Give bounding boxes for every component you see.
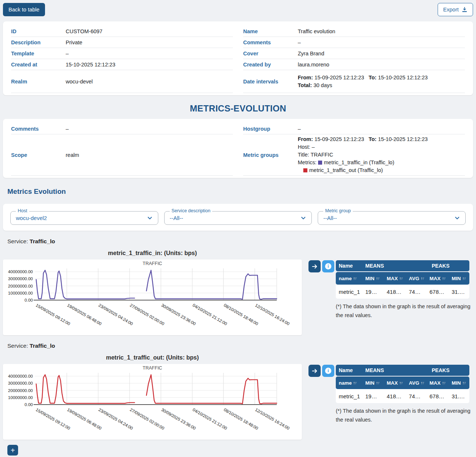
metric-out-name: metric_1_traffic_out (Traffic_lo) — [309, 167, 383, 173]
sort-column-means-max[interactable]: MAX — [384, 377, 406, 389]
details-row-metric-groups: Metric groups From: 15-09-2025 12:12:23 … — [243, 134, 465, 176]
service-description-select[interactable]: Service description --All-- — [164, 211, 312, 225]
metric-block-traffic-out: Service: Traffic_lo metric_1_traffic_out… — [3, 343, 473, 440]
stats-column-header: name MIN MAX AVG MAX MIN — [336, 272, 469, 285]
metric-group-select[interactable]: Metric group --All-- — [318, 211, 466, 225]
expand-chart-button[interactable] — [308, 260, 321, 272]
chevron-down-icon — [147, 215, 153, 221]
info-row-created-by: Created by laura.moreno — [243, 59, 465, 70]
host-select-value: wocu-devel2 — [16, 215, 147, 221]
cover-value: Zyra Brand — [298, 51, 324, 56]
sort-column-peaks-min[interactable]: MIN — [449, 377, 469, 389]
add-metric-group-button[interactable]: + — [7, 445, 18, 456]
export-button[interactable]: Export — [438, 3, 473, 16]
service-label: Service: — [7, 343, 28, 349]
sort-icon — [353, 381, 357, 385]
sort-icon — [376, 381, 380, 385]
template-label: Template — [11, 51, 66, 56]
svg-text:TRAFFIC: TRAFFIC — [143, 365, 162, 371]
sort-column-name[interactable]: name — [336, 377, 362, 389]
sort-column-peaks-max[interactable]: MAX — [427, 272, 449, 285]
service-line: Service: Traffic_lo — [7, 238, 473, 245]
metric-groups-range: From: 15-09-2025 12:12:23 To: 15-10-2025… — [298, 136, 428, 142]
sort-column-peaks-min[interactable]: MIN — [449, 272, 469, 285]
scope-label: Scope — [11, 152, 66, 158]
sort-column-name[interactable]: name — [336, 272, 362, 285]
stats-panel-traffic-out: Name MEANS PEAKS name MIN MAX AVG MAX MI… — [336, 365, 469, 425]
stats-header-name: Name — [336, 260, 362, 271]
sort-icon — [462, 381, 466, 385]
info-row-created-at: Created at 15-10-2025 12:12:23 — [11, 59, 233, 70]
expand-chart-button[interactable] — [308, 365, 321, 377]
total-value: 30 days — [313, 82, 332, 88]
top-bar: Back to table Export — [3, 3, 473, 16]
svg-text:40000000.00: 40000000.00 — [8, 269, 33, 274]
mg-metrics-line-1: Metrics: metric_1_traffic_in (Traffic_lo… — [298, 159, 394, 165]
sort-column-peaks-max[interactable]: MAX — [427, 377, 449, 389]
hostgroup-value: – — [298, 126, 301, 132]
svg-text:TRAFFIC: TRAFFIC — [143, 261, 162, 266]
hostgroup-label: Hostgroup — [243, 126, 298, 132]
svg-text:08/10/2025 18:48:00: 08/10/2025 18:48:00 — [223, 303, 259, 326]
created-by-value: laura.moreno — [298, 62, 329, 68]
back-to-table-button[interactable]: Back to table — [3, 3, 45, 16]
to-value: 15-10-2025 12:12:23 — [378, 75, 428, 80]
chart-side-panel: i Name MEANS PEAKS name MIN MAX AVG MAX … — [308, 365, 469, 425]
details-left-column: Comments – Scope realm — [11, 123, 233, 176]
description-label: Description — [11, 39, 66, 45]
chart-heading-traffic-out: metric_1_traffic_out: (Units: bps) — [3, 354, 302, 361]
sort-column-means-avg[interactable]: AVG — [406, 272, 427, 285]
sort-icon — [399, 381, 403, 385]
stats-value-peaks-max: 678… — [427, 285, 449, 299]
svg-text:10000000.00: 10000000.00 — [8, 395, 33, 400]
stats-panel-traffic-in: Name MEANS PEAKS name MIN MAX AVG MAX MI… — [336, 260, 469, 320]
svg-text:04/10/2025 21:12:00: 04/10/2025 21:12:00 — [192, 407, 228, 430]
service-label: Service: — [7, 238, 28, 244]
from-label: From: — [298, 75, 313, 80]
date-intervals-total: Total: 30 days — [298, 82, 332, 88]
sort-column-means-min[interactable]: MIN — [362, 272, 384, 285]
sort-column-means-min[interactable]: MIN — [362, 377, 384, 389]
svg-text:40000000.00: 40000000.00 — [8, 374, 33, 378]
mg-from-value: 15-09-2025 12:12:23 — [314, 136, 364, 142]
info-row-template: Template – — [11, 48, 233, 59]
traffic-out-color-swatch — [303, 168, 307, 172]
mg-to-label: To: — [369, 136, 376, 142]
metrics-label: Metrics: — [298, 159, 317, 165]
traffic-out-chart: TRAFFIC0.0010000000.0020000000.003000000… — [3, 364, 302, 440]
info-row-cover: Cover Zyra Brand — [243, 48, 465, 59]
svg-text:20000000.00: 20000000.00 — [8, 284, 33, 288]
averaging-note: (*) The data shown in the graph is the r… — [336, 302, 471, 320]
sort-icon — [353, 276, 357, 281]
svg-text:27/09/2025 02:00:00: 27/09/2025 02:00:00 — [129, 407, 165, 430]
info-icon: i — [325, 368, 331, 374]
chart-info-button[interactable]: i — [322, 260, 334, 272]
date-intervals-value: From: 15-09-2025 12:12:23 To: 15-10-2025… — [298, 74, 428, 89]
scope-value: realm — [66, 152, 79, 158]
metric-group-select-value: --All-- — [323, 215, 454, 221]
stats-header-means: MEANS — [362, 260, 427, 271]
comments-label: Comments — [243, 39, 298, 45]
svg-text:19/09/2025 06:48:00: 19/09/2025 06:48:00 — [66, 407, 102, 430]
service-name: Traffic_lo — [30, 238, 55, 244]
description-value: Private — [66, 39, 82, 45]
chart-side-panel: i Name MEANS PEAKS name MIN MAX AVG MAX … — [308, 260, 469, 320]
sort-column-means-avg[interactable]: AVG — [406, 377, 427, 389]
stats-value-means-max: 418… — [384, 389, 406, 403]
chart-info-button[interactable]: i — [322, 365, 334, 377]
host-select[interactable]: Host wocu-devel2 — [10, 211, 158, 225]
stats-value-peaks-max: 678… — [427, 389, 449, 403]
created-at-label: Created at — [11, 62, 66, 68]
svg-text:30000000.00: 30000000.00 — [8, 381, 33, 385]
report-info-left-column: ID CUSTOM-6097 Description Private Templ… — [11, 26, 233, 93]
service-name: Traffic_lo — [30, 343, 55, 349]
filters-card: Host wocu-devel2 Service description --A… — [3, 204, 473, 231]
sort-column-means-max[interactable]: MAX — [384, 272, 406, 285]
arrow-right-icon — [311, 368, 318, 374]
page: Back to table Export ID CUSTOM-6097 Desc… — [0, 0, 476, 457]
stats-row: metric_1 19… 418… 74… 678… 31.… — [336, 389, 469, 403]
stats-group-header: Name MEANS PEAKS — [336, 365, 469, 376]
total-label: Total: — [298, 82, 312, 88]
info-row-date-intervals: Date intervals From: 15-09-2025 12:12:23… — [243, 70, 465, 93]
mg-host-line: Host: – — [298, 144, 315, 150]
